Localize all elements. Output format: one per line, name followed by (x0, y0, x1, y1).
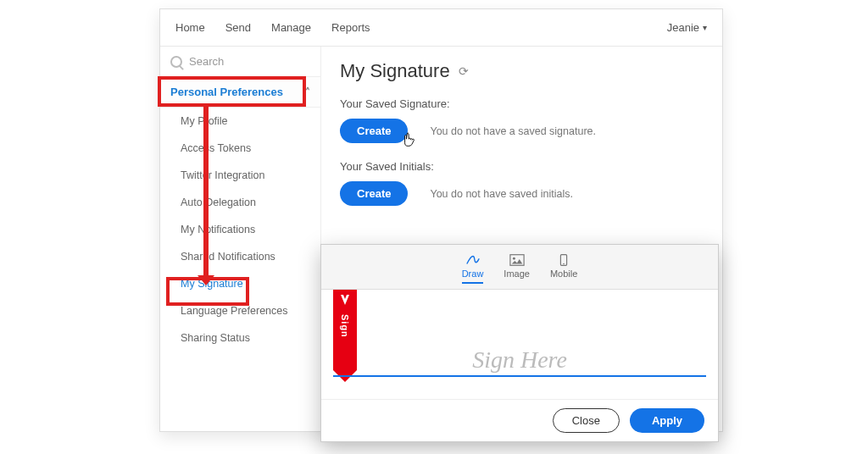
user-name: Jeanie (667, 21, 699, 34)
sidebar-item-twitter-integration[interactable]: Twitter Integration (160, 162, 320, 189)
chevron-up-icon: ˄ (305, 86, 310, 98)
mobile-icon (556, 253, 571, 267)
dialog-tabs: Draw Image Mobile (321, 245, 718, 290)
create-initials-button[interactable]: Create (340, 181, 408, 206)
adobe-icon (338, 293, 352, 309)
caret-down-icon: ▾ (703, 23, 707, 32)
sidebar-item-my-notifications[interactable]: My Notifications (160, 216, 320, 243)
tab-draw[interactable]: Draw (462, 253, 484, 284)
search-input[interactable]: Search (160, 47, 320, 77)
section-label: Personal Preferences (170, 86, 283, 98)
initials-hint: You do not have saved initials. (430, 188, 572, 200)
sidebar-item-auto-delegation[interactable]: Auto Delegation (160, 189, 320, 216)
signature-hint: You do not have a saved signature. (430, 125, 596, 137)
close-button[interactable]: Close (553, 408, 620, 433)
page-title: My Signature ⟳ (340, 60, 704, 82)
sidebar-item-my-signature[interactable]: My Signature (160, 270, 320, 297)
sidebar-item-language-preferences[interactable]: Language Preferences (160, 297, 320, 324)
sidebar-item-shared-notifications[interactable]: Shared Notifications (160, 243, 320, 270)
image-icon (509, 253, 525, 267)
nav-home[interactable]: Home (175, 21, 205, 34)
sidebar-section-personal-preferences[interactable]: Personal Preferences ˄ (160, 77, 320, 108)
search-icon (170, 56, 182, 68)
signature-line (333, 375, 706, 377)
saved-initials-label: Your Saved Initials: (340, 160, 704, 173)
sidebar-items: My Profile Access Tokens Twitter Integra… (160, 108, 320, 352)
top-nav: Home Send Manage Reports Jeanie ▾ (160, 9, 722, 47)
sidebar: Search Personal Preferences ˄ My Profile… (160, 47, 321, 431)
saved-signature-label: Your Saved Signature: (340, 97, 704, 110)
svg-point-1 (513, 257, 515, 260)
sign-tag-label: Sign (340, 314, 350, 338)
refresh-icon[interactable]: ⟳ (459, 64, 469, 78)
signature-dialog: Draw Image Mobile Sign Sign Here Close A… (320, 244, 719, 442)
search-placeholder: Search (189, 55, 224, 68)
sign-here-placeholder: Sign Here (321, 346, 718, 374)
sidebar-item-my-profile[interactable]: My Profile (160, 108, 320, 135)
sign-tag: Sign (333, 290, 357, 370)
user-menu[interactable]: Jeanie ▾ (667, 21, 707, 34)
svg-point-3 (563, 263, 565, 265)
create-signature-button[interactable]: Create (340, 119, 408, 143)
sidebar-item-access-tokens[interactable]: Access Tokens (160, 135, 320, 162)
tab-image[interactable]: Image (504, 253, 530, 284)
nav-send[interactable]: Send (225, 21, 251, 34)
dialog-footer: Close Apply (321, 399, 718, 441)
draw-icon (465, 253, 481, 267)
tab-mobile[interactable]: Mobile (550, 253, 577, 284)
sidebar-item-sharing-status[interactable]: Sharing Status (160, 324, 320, 352)
apply-button[interactable]: Apply (630, 408, 704, 433)
signature-draw-area[interactable]: Sign Sign Here (321, 290, 718, 399)
nav-reports[interactable]: Reports (331, 21, 370, 34)
nav-manage[interactable]: Manage (271, 21, 311, 34)
